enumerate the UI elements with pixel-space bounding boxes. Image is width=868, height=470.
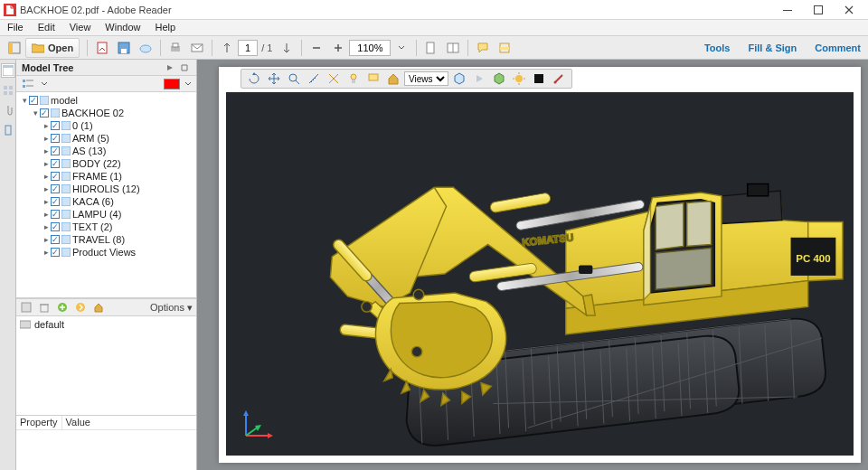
next-page-button[interactable] — [277, 38, 297, 58]
tree-node[interactable]: ▸HIDROLIS (12) — [16, 183, 196, 195]
play-button[interactable] — [471, 70, 487, 87]
visibility-checkbox[interactable] — [51, 184, 60, 193]
twisty-icon[interactable]: ▸ — [42, 208, 51, 221]
sidebar-toggle-button[interactable] — [5, 38, 24, 58]
cross-section-tool[interactable] — [326, 70, 342, 87]
tree-node[interactable]: ▸TEXT (2) — [16, 221, 196, 233]
visibility-checkbox[interactable] — [51, 172, 60, 181]
views-list[interactable]: default — [16, 316, 196, 416]
tree-node[interactable]: ▸0 (1) — [16, 119, 196, 132]
render-mode-button[interactable] — [491, 70, 507, 87]
lighting-button[interactable] — [511, 70, 527, 87]
prev-page-button[interactable] — [217, 38, 237, 58]
fill-sign-link[interactable]: Fill & Sign — [744, 42, 800, 53]
twisty-icon[interactable]: ▸ — [42, 170, 51, 183]
zoom-out-button[interactable] — [307, 38, 326, 58]
visibility-checkbox[interactable] — [51, 248, 60, 257]
visibility-checkbox[interactable] — [51, 121, 60, 130]
zoom-dropdown[interactable] — [392, 38, 411, 58]
tree-mode-dropdown[interactable] — [41, 77, 48, 91]
tree-node[interactable]: ▸KACA (6) — [16, 195, 196, 208]
visibility-checkbox[interactable] — [51, 210, 60, 219]
rail-model-tree[interactable] — [1, 63, 15, 78]
menu-file[interactable]: File — [0, 20, 31, 35]
tree-node[interactable]: ▸AS (13) — [16, 145, 196, 157]
tree-node[interactable]: ▸ARM (5) — [16, 132, 196, 145]
views-home-icon[interactable] — [92, 301, 105, 314]
tree-node[interactable]: ▾model — [16, 94, 196, 107]
twisty-icon[interactable]: ▸ — [42, 233, 51, 246]
extra-tool[interactable] — [551, 70, 567, 87]
print-button[interactable] — [165, 38, 185, 58]
visibility-checkbox[interactable] — [40, 108, 49, 118]
views-select[interactable]: Views — [404, 71, 448, 86]
measure-tool[interactable] — [306, 70, 322, 87]
read-mode-button[interactable] — [443, 38, 463, 58]
visibility-checkbox[interactable] — [51, 197, 60, 206]
twisty-icon[interactable]: ▸ — [42, 132, 51, 145]
rail-bookmarks[interactable] — [1, 123, 15, 137]
zoom-tool[interactable] — [286, 70, 302, 87]
tree-node[interactable]: ▸TRAVEL (8) — [16, 233, 196, 246]
twisty-icon[interactable]: ▸ — [42, 183, 51, 195]
home-view-button[interactable] — [385, 70, 401, 87]
page-number-input[interactable] — [238, 40, 258, 56]
views-next-icon[interactable] — [74, 301, 87, 314]
panel-collapse-icon[interactable] — [164, 61, 176, 74]
rail-thumbnails[interactable] — [1, 83, 15, 98]
tree-node[interactable]: ▸LAMPU (4) — [16, 208, 196, 221]
twisty-icon[interactable]: ▸ — [42, 195, 51, 208]
twisty-icon[interactable]: ▸ — [42, 221, 51, 233]
tree-node[interactable]: ▸BODY (22) — [16, 157, 196, 170]
mail-button[interactable] — [187, 38, 207, 58]
pan-tool[interactable] — [266, 70, 282, 87]
highlight-swatch[interactable] — [164, 79, 180, 89]
views-box-icon[interactable] — [20, 301, 33, 314]
visibility-checkbox[interactable] — [29, 96, 38, 105]
iso-view-button[interactable] — [451, 70, 467, 87]
rotate-tool[interactable] — [246, 70, 262, 87]
tree-node[interactable]: ▸FRAME (1) — [16, 170, 196, 183]
3d-viewport[interactable]: PC 400 — [226, 92, 854, 456]
model-tree[interactable]: ▾model▾BACKHOE 02▸0 (1)▸ARM (5)▸AS (13)▸… — [16, 92, 196, 298]
panel-close-icon[interactable] — [178, 61, 191, 74]
maximize-button[interactable] — [803, 0, 834, 20]
close-button[interactable] — [834, 0, 864, 20]
tree-node[interactable]: ▾BACKHOE 02 — [16, 107, 196, 119]
views-options[interactable]: Options ▾ — [150, 302, 193, 314]
zoom-in-button[interactable] — [328, 38, 348, 58]
view-default[interactable]: default — [20, 318, 193, 331]
tools-link[interactable]: Tools — [701, 42, 734, 53]
comment-link[interactable]: Comment — [811, 42, 864, 53]
minimize-button[interactable] — [772, 0, 803, 20]
rail-attachments[interactable] — [1, 103, 15, 118]
visibility-checkbox[interactable] — [51, 235, 60, 244]
menu-help[interactable]: Help — [147, 20, 183, 35]
comment-bubble-icon[interactable] — [473, 38, 493, 58]
tree-mode-icon[interactable] — [21, 77, 35, 91]
zoom-input[interactable] — [349, 40, 391, 56]
twisty-icon[interactable]: ▸ — [42, 157, 51, 170]
views-delete-icon[interactable] — [38, 301, 51, 314]
menu-window[interactable]: Window — [98, 20, 147, 35]
swatch-dropdown[interactable] — [184, 77, 192, 91]
disk-icon[interactable] — [114, 38, 134, 58]
menu-edit[interactable]: Edit — [31, 20, 62, 35]
visibility-checkbox[interactable] — [51, 146, 60, 155]
open-button[interactable]: Open — [25, 38, 80, 58]
bgcolor-button[interactable] — [531, 70, 547, 87]
visibility-checkbox[interactable] — [51, 159, 60, 168]
create-pdf-button[interactable] — [92, 38, 112, 58]
fit-page-button[interactable] — [421, 38, 441, 58]
views-add-icon[interactable] — [56, 301, 69, 314]
twisty-icon[interactable]: ▸ — [42, 246, 51, 258]
twisty-icon[interactable]: ▾ — [31, 107, 40, 119]
highlight-icon[interactable] — [495, 38, 514, 58]
twisty-icon[interactable]: ▾ — [20, 94, 29, 107]
twisty-icon[interactable]: ▸ — [42, 119, 51, 132]
tree-node[interactable]: ▸Product Views — [16, 246, 196, 258]
twisty-icon[interactable]: ▸ — [42, 145, 51, 157]
comment3d-tool[interactable] — [365, 70, 382, 87]
cloud-icon[interactable] — [136, 38, 156, 58]
menu-view[interactable]: View — [62, 20, 99, 35]
